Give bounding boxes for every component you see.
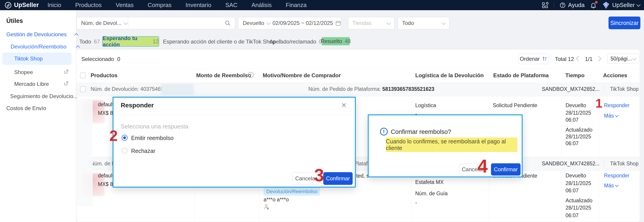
sort-icon — [542, 56, 548, 62]
nav-item-inicio[interactable]: Inicio — [48, 2, 61, 9]
nav-item-sac[interactable]: SAC — [225, 2, 237, 9]
reason-fragment: ted, sc — [356, 173, 368, 179]
nav-item-inventario[interactable]: Inventario — [186, 2, 211, 9]
radio-emitir-reembolso[interactable] — [122, 135, 128, 141]
date-filter-control: Devuelto 02/09/2025 ~ 02/12/2025 — [238, 17, 341, 29]
tab-esperando-tu-accion[interactable]: Esperando tu acción12 — [102, 36, 159, 47]
sidebar-item-mercado-libre[interactable]: Mercado Libre — [14, 81, 49, 87]
nav-item-compras[interactable]: Compras — [148, 2, 171, 9]
search-type-select[interactable]: Núm. de Devol... — [77, 17, 128, 29]
row-checkbox[interactable] — [80, 86, 86, 92]
more-label: Más — [604, 113, 614, 119]
group-divider — [604, 160, 604, 166]
stores-select[interactable]: Tiendas — [348, 17, 394, 29]
help-menu[interactable]: Ayuda — [560, 2, 584, 9]
tab-todo[interactable]: Todo67 — [79, 39, 100, 45]
order-number-value: 581393657835521623 — [382, 86, 434, 92]
radio-label-emitir[interactable]: Emitir reembolso — [131, 135, 174, 141]
selected-label: Seleccionado — [82, 56, 114, 62]
more-link[interactable]: Más — [604, 183, 618, 189]
respond-link[interactable]: Responder — [604, 173, 630, 179]
notification-bell-icon[interactable] — [590, 2, 597, 9]
guide-value: - — [415, 199, 417, 206]
radio-label-rechazar[interactable]: Rechazar — [131, 148, 155, 154]
tab-count: 12 — [152, 38, 159, 45]
annotation-step-4: 4 — [478, 157, 488, 175]
sort-button[interactable]: Ordenar — [518, 54, 549, 64]
gem-avatar-icon: S — [602, 1, 610, 9]
column-divider — [489, 170, 489, 222]
apps-grid-icon[interactable] — [542, 2, 548, 9]
logo-icon — [4, 2, 12, 9]
date-range-value[interactable]: 02/09/2025 ~ 02/12/2025 — [272, 20, 333, 26]
sync-button[interactable]: Sincronizar — [608, 17, 640, 29]
updated-date: 28/11/2025 — [566, 134, 591, 140]
top-nav: UpSeller Inicio Productos Ventas Compras… — [0, 0, 644, 10]
toolbar-divider — [552, 54, 552, 63]
returned-label: Devuelto — [566, 102, 586, 108]
col-header-tiempo: Tiempo — [565, 72, 584, 79]
notification-dot — [595, 1, 598, 4]
status-select[interactable]: Todo — [398, 17, 450, 29]
external-link-icon[interactable] — [64, 69, 69, 74]
sidebar-item-costos-envio[interactable]: Costos de Envío — [6, 105, 46, 112]
sidebar-group-devoluciones[interactable]: Gestión de Devoluciones — [6, 31, 67, 38]
return-type-tag: Devolución/Reembolso — [264, 188, 320, 196]
confirm-refund-modal: ! Confirmar reembolso? Cuando lo confirm… — [368, 115, 522, 177]
chevron-up-icon — [76, 45, 80, 49]
sidebar-item-shopee[interactable]: Shopee — [14, 69, 33, 75]
app-logo[interactable]: UpSeller — [4, 0, 39, 10]
confirm-button[interactable]: Confirmar — [323, 172, 353, 185]
col-header-acciones: Acciones — [603, 72, 627, 79]
col-header-motivo: Motivo/Nombre de Comprador — [263, 72, 341, 79]
col-header-logistica: Logística de la Devolución — [415, 72, 484, 79]
redacted-blur-strip — [76, 99, 93, 206]
product-name: default — [98, 173, 114, 179]
col-header-productos: Productos — [91, 72, 118, 79]
account-menu[interactable]: S UpSeller — [602, 1, 640, 9]
page-size-select[interactable]: 50/pági... — [607, 54, 639, 64]
respond-link[interactable]: Responder — [604, 102, 630, 108]
nav-item-ventas[interactable]: Ventas — [116, 2, 134, 9]
calendar-icon[interactable] — [335, 20, 341, 26]
close-icon[interactable]: ✕ — [341, 101, 347, 109]
external-link-icon[interactable] — [64, 81, 69, 86]
chevron-down-icon — [124, 21, 128, 25]
sidebar-item-tiktok-shop[interactable]: Tiktok Shop — [14, 56, 43, 62]
returned-label: Devuelto — [566, 173, 586, 179]
question-circle-icon[interactable]: ? — [248, 72, 254, 78]
sort-label: Ordenar — [520, 56, 540, 62]
tab-apelado[interactable]: Apelado/reclamado0 — [270, 39, 322, 45]
column-divider — [561, 170, 562, 222]
tab-label: Apelado/reclamado — [270, 39, 316, 45]
nav-item-finanza[interactable]: Finanza — [286, 2, 307, 9]
nav-item-productos[interactable]: Productos — [75, 2, 102, 9]
search-icon[interactable] — [224, 20, 235, 26]
warning-highlight: Cuando lo confirmes, se reembolsará el p… — [386, 138, 518, 152]
search-input[interactable] — [128, 20, 224, 26]
col-header-monto: Monto de Reembolso — [196, 72, 251, 79]
date-type-select[interactable]: Devuelto — [238, 20, 272, 26]
returned-time: 06:07 — [566, 188, 579, 194]
logistics-value: Estafeta MX — [415, 179, 444, 185]
sidebar-subgroup-devolucion-reembolso[interactable]: Devolución/Reembolso — [10, 44, 66, 50]
buyer-name: a***o a***o — [264, 197, 289, 203]
tab-count: 67 — [94, 39, 100, 45]
buyer-person-icon[interactable] — [263, 203, 270, 210]
radio-rechazar[interactable] — [122, 148, 128, 154]
confirm-modal-title: Confirmar reembolso? — [391, 129, 451, 136]
returned-date: 28/11/2025 — [566, 180, 591, 186]
upseller-app: UpSeller Inicio Productos Ventas Compras… — [0, 0, 644, 222]
tab-count: 48 — [345, 38, 351, 44]
tab-esperando-cliente[interactable]: Esperando acción del cliente o de TikTok… — [163, 39, 281, 45]
table-header-row — [76, 69, 640, 83]
sidebar-item-seguimiento[interactable]: Seguimiento de Devolucio... — [10, 93, 78, 99]
platform-name: TikTok Shop — [610, 86, 638, 92]
nav-item-analisis[interactable]: Análisis — [251, 2, 272, 9]
select-all-checkbox[interactable] — [80, 72, 86, 78]
more-link[interactable]: Más — [604, 113, 618, 119]
confirm-button[interactable]: Confirmar — [491, 163, 520, 176]
stores-placeholder: Tiendas — [352, 20, 372, 26]
tab-resuelto[interactable]: Resuelto48 — [322, 37, 350, 45]
group-divider — [604, 86, 604, 92]
